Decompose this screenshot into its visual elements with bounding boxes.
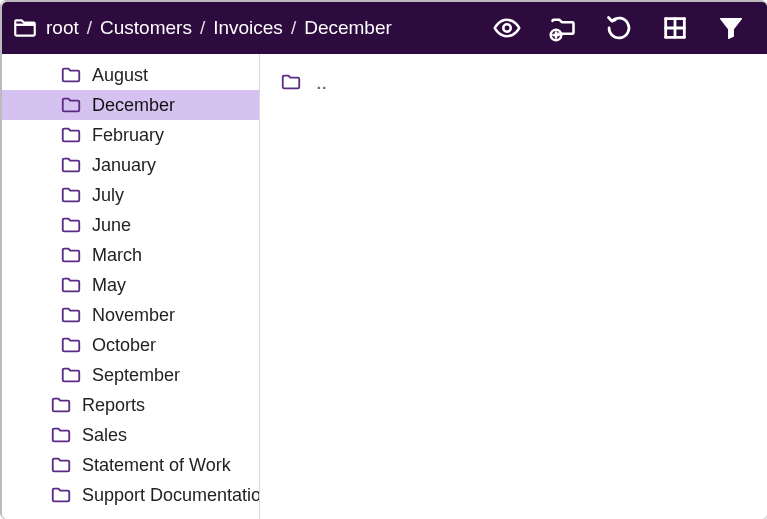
tree-item[interactable]: Support Documentation (2, 480, 259, 510)
tree-item-label: January (92, 155, 156, 176)
preview-icon[interactable] (491, 12, 523, 44)
sidebar[interactable]: AugustDecemberFebruaryJanuaryJulyJuneMar… (2, 54, 260, 519)
tree-item-label: September (92, 365, 180, 386)
breadcrumb-separator: / (291, 17, 296, 39)
main-area: AugustDecemberFebruaryJanuaryJulyJuneMar… (2, 54, 767, 519)
folder-icon (60, 334, 82, 356)
svg-point-1 (503, 24, 510, 31)
folder-icon (60, 124, 82, 146)
tree-item[interactable]: Statement of Work (2, 450, 259, 480)
breadcrumb-customers[interactable]: Customers (100, 17, 192, 39)
breadcrumb-separator: / (200, 17, 205, 39)
tree-item[interactable]: December (2, 90, 259, 120)
tree-item-label: October (92, 335, 156, 356)
folder-icon (50, 394, 72, 416)
tree-item-label: Sales (82, 425, 127, 446)
tree-item-label: February (92, 125, 164, 146)
folder-icon (60, 274, 82, 296)
tree-item[interactable]: July (2, 180, 259, 210)
tree-item[interactable]: Sales (2, 420, 259, 450)
parent-folder-label: .. (316, 71, 327, 94)
tree-item[interactable]: October (2, 330, 259, 360)
refresh-icon[interactable] (603, 12, 635, 44)
tree-item-label: Reports (82, 395, 145, 416)
folder-icon (50, 484, 72, 506)
breadcrumb-root[interactable]: root (46, 17, 79, 39)
tree-item-label: July (92, 185, 124, 206)
tree-item-label: November (92, 305, 175, 326)
folder-icon (60, 364, 82, 386)
folder-icon (60, 94, 82, 116)
toolbar-actions (491, 12, 757, 44)
folder-icon (50, 454, 72, 476)
folder-icon (60, 184, 82, 206)
folder-icon (280, 71, 302, 93)
root-folder-icon[interactable] (12, 15, 38, 41)
tree-item-label: March (92, 245, 142, 266)
content-pane[interactable]: .. (260, 54, 767, 519)
tree-item-label: May (92, 275, 126, 296)
tree-item[interactable]: March (2, 240, 259, 270)
tree-item-label: Support Documentation (82, 485, 259, 506)
folder-icon (60, 214, 82, 236)
tree-item[interactable]: January (2, 150, 259, 180)
folder-icon (60, 154, 82, 176)
new-folder-icon[interactable] (547, 12, 579, 44)
toolbar: root / Customers / Invoices / December (2, 2, 767, 54)
folder-tree: AugustDecemberFebruaryJanuaryJulyJuneMar… (2, 54, 259, 519)
tree-item[interactable]: August (2, 60, 259, 90)
tree-item-label: December (92, 95, 175, 116)
breadcrumb-separator: / (87, 17, 92, 39)
breadcrumb: root / Customers / Invoices / December (46, 17, 491, 39)
breadcrumb-invoices[interactable]: Invoices (213, 17, 283, 39)
tree-item[interactable]: September (2, 360, 259, 390)
filter-icon[interactable] (715, 12, 747, 44)
grid-view-icon[interactable] (659, 12, 691, 44)
folder-icon (60, 304, 82, 326)
tree-item[interactable]: February (2, 120, 259, 150)
parent-folder-row[interactable]: .. (280, 68, 747, 96)
tree-item-label: August (92, 65, 148, 86)
tree-item[interactable]: May (2, 270, 259, 300)
tree-item-label: June (92, 215, 131, 236)
folder-icon (60, 244, 82, 266)
tree-item-label: Statement of Work (82, 455, 231, 476)
tree-item[interactable]: November (2, 300, 259, 330)
svg-rect-0 (15, 25, 35, 36)
breadcrumb-december[interactable]: December (304, 17, 392, 39)
folder-icon (60, 64, 82, 86)
folder-icon (50, 424, 72, 446)
tree-item[interactable]: Reports (2, 390, 259, 420)
tree-item[interactable]: June (2, 210, 259, 240)
